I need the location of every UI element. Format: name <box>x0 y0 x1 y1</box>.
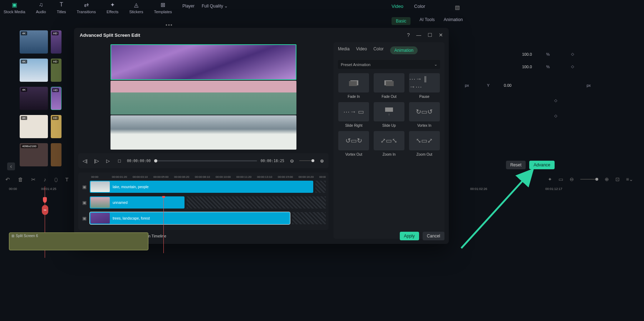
modal-title: Advanced Split Screen Edit <box>80 32 140 38</box>
pos-y-value[interactable]: 0.00 <box>504 83 511 87</box>
anim-slide-up[interactable]: ↑ <box>374 102 404 121</box>
main-timeline: ↶ 🗑 ✂ ♪ ⬯ T ✦ ▭ ⊖ ⊕ ⊡ ≡⌄ 00:0000:01:4:25… <box>0 176 644 321</box>
tool-audio[interactable]: ♫Audio <box>36 0 46 14</box>
anim-zoom-in[interactable]: ⤢▭⤡ <box>374 131 404 150</box>
chevron-down-icon: ⌄ <box>224 4 228 9</box>
media-thumb[interactable]: HD <box>51 30 62 54</box>
tool-transitions[interactable]: ⇄Transitions <box>77 0 96 14</box>
media-thumb[interactable]: 4096x2160 <box>20 143 48 166</box>
marker-icon[interactable]: ✦ <box>548 176 552 182</box>
advance-button[interactable]: Advance <box>529 161 555 169</box>
maximize-icon[interactable]: ☐ <box>428 32 432 38</box>
media-thumb[interactable]: HD <box>51 87 62 110</box>
scissors-marker[interactable]: ✂ <box>42 205 48 215</box>
tool-effects[interactable]: ✦Effects <box>107 0 118 14</box>
play-button[interactable]: ▷ <box>104 157 112 165</box>
media-thumb[interactable]: 4K <box>20 59 48 82</box>
zoom-in-icon[interactable]: ⊕ <box>605 176 609 182</box>
preview-pane-2[interactable] <box>110 81 296 115</box>
progress-bar[interactable] <box>154 160 257 161</box>
subtab-basic[interactable]: Basic <box>392 17 411 25</box>
preview-pane-3[interactable] <box>110 115 296 150</box>
inspector-subtabs: Basic AI Tools Animation <box>392 15 637 27</box>
tab-video[interactable]: Video <box>392 4 403 9</box>
media-thumb[interactable] <box>51 143 62 166</box>
prev-frame-button[interactable]: ◁| <box>81 157 89 165</box>
text-icon[interactable]: T <box>65 176 69 183</box>
reset-button[interactable]: Reset <box>506 161 526 169</box>
side-tab-color[interactable]: Color <box>373 46 384 54</box>
anim-fade-in[interactable] <box>338 73 369 92</box>
split-screen-preview[interactable] <box>110 44 296 150</box>
media-thumb[interactable]: 4K <box>20 30 48 54</box>
side-tab-animation[interactable]: Animation <box>390 46 418 54</box>
cut-icon[interactable]: ✂ <box>31 176 36 183</box>
chevron-down-icon: ⌄ <box>434 62 437 67</box>
side-tab-video[interactable]: Video <box>356 46 367 54</box>
delete-icon[interactable]: 🗑 <box>18 176 23 183</box>
tool-stickers[interactable]: ◬Stickers <box>129 0 143 14</box>
scale-y-value[interactable]: 100.0 <box>522 65 532 69</box>
fit-icon[interactable]: ⊡ <box>615 176 620 182</box>
anim-fade-out[interactable] <box>374 73 404 92</box>
keyframe-icon[interactable]: ◇ <box>571 52 574 56</box>
minimize-icon[interactable]: — <box>416 32 421 38</box>
side-tab-media[interactable]: Media <box>338 46 350 54</box>
timecode-current: 00:00:00:00 <box>127 159 151 163</box>
tool-titles[interactable]: TTitles <box>57 0 66 14</box>
next-frame-button[interactable]: |▷ <box>93 157 100 165</box>
tab-color[interactable]: Color <box>414 4 425 9</box>
undo-icon[interactable]: ↶ <box>5 176 10 183</box>
snap-icon[interactable]: ▭ <box>559 176 563 182</box>
quality-dropdown[interactable]: Full Quality ⌄ <box>202 4 228 9</box>
close-icon[interactable]: ✕ <box>439 32 443 38</box>
top-toolbar: ▣Stock Media ♫Audio TTitles ⇄Transitions… <box>0 0 644 16</box>
stop-button[interactable]: □ <box>115 157 123 165</box>
keyframe-icon[interactable]: ◇ <box>554 98 557 103</box>
media-thumb[interactable]: HD <box>51 115 62 138</box>
tool-stock-media[interactable]: ▣Stock Media <box>4 0 25 14</box>
media-thumb[interactable]: HD <box>51 59 62 82</box>
tag-icon[interactable]: ⬯ <box>54 176 58 183</box>
preset-animation-dropdown[interactable]: Preset Animation⌄ <box>338 60 440 69</box>
keyframe-icon[interactable]: ◇ <box>571 64 574 69</box>
nav-back-button[interactable]: ‹ <box>7 162 15 170</box>
subtab-ai-tools[interactable]: AI Tools <box>419 17 434 25</box>
zoom-out-icon[interactable]: ⊖ <box>288 157 296 165</box>
snapshot-icon[interactable]: ▧ <box>455 4 460 11</box>
zoom-out-icon[interactable]: ⊖ <box>570 176 574 182</box>
music-icon[interactable]: ♪ <box>44 176 46 183</box>
anim-vortex-out[interactable]: ↺▭↻ <box>338 131 369 150</box>
help-icon[interactable]: ? <box>407 32 410 38</box>
preview-pane-1[interactable] <box>110 44 296 80</box>
media-thumb[interactable]: 4K <box>20 115 48 138</box>
anim-pause[interactable]: ⋯→ ∥ →⋯ <box>409 73 440 92</box>
split-screen-icon: ⊞ <box>11 234 14 238</box>
player-controls: ◁| |▷ ▷ □ 00:00:00:00 00:00:18:25 ⊖ ⊕ <box>78 153 329 168</box>
keyframe-icon[interactable]: ◇ <box>554 114 557 118</box>
inspector-form: 100.0%◇ 100.0%◇ pxY0.00px ◇ ◇ <box>465 52 591 126</box>
zoom-in-icon[interactable]: ⊕ <box>318 157 326 165</box>
main-timeline-ruler[interactable]: 00:0000:01:4:2500:01:02:2600:01:12:17 <box>9 187 637 191</box>
zoom-slider[interactable] <box>580 179 598 180</box>
inspector-tabs: Video Color <box>392 4 425 9</box>
kebab-menu[interactable]: ••• <box>166 22 173 28</box>
media-library: 4K HD 4K HD 4K HD 4K HD 4096x2160 <box>20 30 79 166</box>
scale-x-value[interactable]: 100.0 <box>522 52 532 56</box>
svg-rect-3 <box>386 81 394 86</box>
player-label: Player <box>182 4 195 9</box>
anim-zoom-out[interactable]: ⤡▭⤢ <box>409 131 440 150</box>
anim-slide-right[interactable]: ⋯→ ▭ <box>338 102 369 121</box>
media-thumb[interactable]: 4K <box>20 87 48 110</box>
list-icon[interactable]: ≡⌄ <box>626 176 633 182</box>
svg-rect-1 <box>349 81 357 86</box>
tool-templates[interactable]: ⊞Templates <box>154 0 172 14</box>
timecode-total: 00:00:18:25 <box>261 159 284 163</box>
main-timeline-clip[interactable]: ⊞ Split Screen 6 <box>9 232 148 250</box>
anim-vortex-in[interactable]: ↻▭↺ <box>409 102 440 121</box>
subtab-animation[interactable]: Animation <box>444 17 463 25</box>
player-header: Player Full Quality ⌄ <box>182 4 228 9</box>
